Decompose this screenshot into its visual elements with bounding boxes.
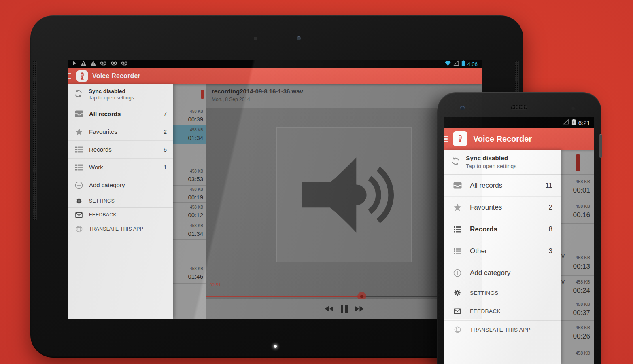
category-label: Other — [470, 247, 549, 255]
wifi-icon — [444, 60, 451, 68]
record-duration: 01:34 — [188, 230, 206, 237]
record-list-item[interactable]: 458 KB00:16 — [561, 199, 594, 224]
phone-device: 6:21 Voice Recorder Sync disabled Tap to… — [437, 92, 601, 364]
warning-icon — [81, 60, 87, 68]
record-list-item[interactable]: v458 KB00:13 — [561, 250, 594, 276]
tablet-front-camera — [297, 36, 301, 40]
category-label: Favourites — [470, 203, 549, 212]
cassette-icon — [110, 60, 117, 68]
sidebar-item-all-records[interactable]: All records11 — [444, 175, 561, 197]
sync-status-row[interactable]: Sync disabled Tap to open settings — [444, 150, 561, 175]
scrollbar-indicator[interactable] — [201, 90, 204, 99]
tablet-status-notification-icons — [72, 60, 128, 68]
record-size: 458 KB — [576, 179, 594, 184]
sidebar-item-settings[interactable]: SETTINGS — [444, 284, 561, 302]
sidebar-item-work[interactable]: Work1 — [68, 159, 173, 176]
record-duration: 00:24 — [573, 287, 594, 295]
list-icon — [451, 248, 463, 254]
sidebar-item-all-records[interactable]: All records7 — [68, 105, 173, 123]
record-duration: 00:16 — [573, 211, 594, 219]
record-list-item[interactable]: 458 KB00:37 — [561, 298, 594, 321]
record-list-item[interactable]: 458 KB00:01 — [561, 175, 594, 199]
sync-status-row[interactable]: Sync disabled Tap to open settings — [68, 84, 173, 105]
gear-icon — [74, 197, 84, 205]
record-size: 458 KB — [190, 205, 206, 210]
record-size: 458 KB — [576, 279, 594, 284]
tablet-status-bar: 4:06 — [68, 60, 482, 68]
sidebar-item-translate-this-app[interactable]: TRANSLATE THIS APP — [68, 222, 173, 236]
signal-icon — [453, 60, 459, 68]
category-label: Work — [89, 164, 164, 171]
record-list-item[interactable]: 458 KB00:19 — [173, 186, 206, 203]
record-list-item[interactable]: 458 KB00:26 — [561, 321, 594, 345]
phone-record-list: 458 KB00:01458 KB00:16v458 KB00:13v458 K… — [561, 150, 594, 364]
record-list-item[interactable]: 458 KB — [561, 345, 594, 364]
record-size: 458 KB — [190, 169, 206, 174]
tablet-drawer-actions: SETTINGSFEEDBACKTRANSLATE THIS APP — [68, 194, 173, 236]
sidebar-item-settings[interactable]: SETTINGS — [68, 194, 173, 208]
recording-filename: recording2014-09-8 16-1-36.wav — [212, 88, 482, 95]
category-label: Records — [89, 146, 164, 153]
record-list-item[interactable]: v458 KB00:24 — [561, 276, 594, 298]
sidebar-item-feedback[interactable]: FEEDBACK — [68, 208, 173, 222]
envelope-icon — [451, 308, 463, 314]
action-label: SETTINGS — [470, 290, 499, 296]
record-size: 458 KB — [190, 224, 206, 228]
action-label: TRANSLATE THIS APP — [89, 226, 143, 232]
phone-category-list: All records11Favourites2Records8Other3Ad… — [444, 175, 561, 284]
record-list-item-partial[interactable] — [173, 144, 206, 166]
sidebar-item-favourites[interactable]: Favourites2 — [68, 123, 173, 141]
menu-icon[interactable] — [68, 73, 73, 79]
tablet-speaker-grille-left — [33, 61, 37, 220]
phone-front-camera — [460, 106, 465, 110]
record-size: 458 KB — [576, 351, 594, 356]
sidebar-item-favourites[interactable]: Favourites2 — [444, 197, 561, 218]
category-label: All records — [470, 182, 545, 190]
phone-navigation-drawer: Sync disabled Tap to open settings All r… — [444, 150, 561, 364]
record-duration: 00:01 — [573, 186, 594, 195]
sidebar-item-records[interactable]: Records6 — [68, 141, 173, 159]
sidebar-item-other[interactable]: Other3 — [444, 240, 561, 262]
record-list-item-partial[interactable] — [173, 240, 206, 263]
record-size: 458 KB — [576, 204, 594, 209]
record-list-item[interactable]: 458 KB00:12 — [173, 203, 206, 221]
action-label: FEEDBACK — [470, 308, 501, 314]
sync-status-subtitle: Tap to open settings — [466, 163, 516, 169]
record-duration: 01:46 — [188, 273, 206, 280]
menu-icon[interactable] — [444, 136, 449, 142]
record-list-item[interactable]: 458 KB03:53 — [173, 166, 206, 186]
action-label: SETTINGS — [89, 198, 115, 204]
scrollbar-indicator[interactable] — [576, 154, 580, 171]
sidebar-item-feedback[interactable]: FEEDBACK — [444, 302, 561, 321]
plus-circle-icon — [451, 269, 463, 277]
record-size: 458 KB — [576, 302, 594, 307]
fast-forward-icon[interactable] — [355, 306, 364, 312]
signal-icon — [563, 119, 569, 126]
star-icon — [451, 203, 463, 212]
sidebar-item-add-category[interactable]: Add category — [68, 176, 173, 194]
list-icon — [451, 226, 463, 233]
app-logo-microphone-icon — [76, 70, 88, 82]
list-icon — [74, 146, 84, 153]
record-list-item[interactable]: 458 KB01:46 — [173, 263, 206, 284]
pause-icon[interactable] — [341, 305, 348, 313]
record-list-item[interactable]: 458 KB00:39 — [173, 106, 206, 125]
sync-refresh-icon — [74, 89, 83, 100]
sidebar-item-translate-this-app[interactable]: TRANSLATE THIS APP — [444, 321, 561, 339]
status-clock: 4:06 — [467, 61, 478, 67]
warning-icon — [90, 60, 96, 68]
tablet-record-list: 458 KB00:39458 KB01:34458 KB03:53458 KB0… — [173, 84, 206, 319]
record-list-item[interactable]: 458 KB01:34 — [173, 221, 206, 240]
record-list-item[interactable]: 458 KB01:34 — [173, 125, 206, 144]
sidebar-item-add-category[interactable]: Add category — [444, 262, 561, 284]
phone-content: Sync disabled Tap to open settings All r… — [444, 150, 594, 364]
action-label: TRANSLATE THIS APP — [470, 327, 531, 333]
record-duration: 00:13 — [573, 262, 594, 271]
sync-status-title: Sync disabled — [89, 88, 134, 94]
cassette-icon — [100, 60, 107, 68]
filename-tail: v — [561, 278, 565, 286]
sidebar-item-records[interactable]: Records8 — [444, 218, 561, 240]
globe-icon — [451, 326, 463, 333]
rewind-icon[interactable] — [324, 306, 334, 312]
record-list-item-partial[interactable] — [561, 224, 594, 250]
